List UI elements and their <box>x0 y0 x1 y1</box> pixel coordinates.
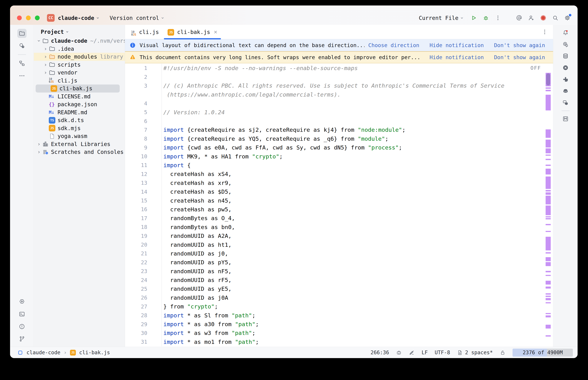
close-icon[interactable]: × <box>214 28 217 35</box>
tree-item-vendor[interactable]: ›vendor <box>34 69 125 77</box>
zoom-window-button[interactable] <box>35 16 40 20</box>
problems-button[interactable] <box>17 322 26 331</box>
tab-cli-bak-js[interactable]: JS cli-bak.js × <box>163 25 222 39</box>
code-line-21: 21 randomUUID as j0, <box>125 249 553 258</box>
tree-item-cli-bak-js[interactable]: JScli-bak.js <box>36 84 120 93</box>
highlighting-level-button[interactable] <box>409 350 415 356</box>
ai-assistant-button[interactable] <box>561 40 570 49</box>
project-widget[interactable]: claude-code › <box>58 15 100 21</box>
vcs-change-mark <box>546 293 551 295</box>
chat-duo-button[interactable] <box>561 98 570 107</box>
tree-item-license-md[interactable]: M↓LICENSE.md <box>34 93 125 101</box>
more-button[interactable] <box>17 71 26 80</box>
choose-direction-link[interactable]: Choose direction <box>368 42 419 48</box>
code-line-3: 3// (c) Anthropic PBC. All rights reserv… <box>125 81 553 90</box>
project-panel-header[interactable]: Project › <box>34 27 125 37</box>
hide-notification-link[interactable]: Hide notification <box>430 42 484 48</box>
kebab-menu-icon <box>541 29 548 35</box>
chevron-right-icon[interactable]: › <box>42 62 49 68</box>
tree-item-scratches-and-consoles[interactable]: ›Scratches and Consoles <box>34 148 125 156</box>
breadcrumb-file[interactable]: cli-bak.js <box>79 349 110 356</box>
chevron-right-icon[interactable]: › <box>36 149 42 155</box>
tree-item-external-libraries[interactable]: ›External Libraries <box>34 140 125 148</box>
plugin-plus-button[interactable] <box>561 75 570 84</box>
tree-item-yoga-wasm[interactable]: yoga.wasm <box>34 132 125 140</box>
indent-widget[interactable]: 2 spaces* <box>457 349 493 356</box>
tree-item-badge: library <box>100 54 123 60</box>
code-line-28: 28import * as Sl from "path"; <box>125 311 553 320</box>
git-branch-button[interactable] <box>17 334 26 343</box>
tree-item-node-modules[interactable]: ›node_moduleslibrary <box>34 53 125 61</box>
tree-item-sdk-d-ts[interactable]: TSsdk.d.ts <box>34 116 125 124</box>
gutter-separator <box>152 117 162 125</box>
tree-item-readme-md[interactable]: M↓README.md <box>34 108 125 116</box>
tree-item-package-json[interactable]: {}package.json <box>34 100 125 108</box>
settings-button[interactable] <box>563 13 572 23</box>
chevron-down-icon[interactable]: › <box>36 38 42 44</box>
vcs-change-mark <box>546 275 551 276</box>
search-everywhere-button[interactable] <box>550 13 560 23</box>
tab-cli-js[interactable]: 100JS cli.js <box>127 25 163 39</box>
hide-notification-link[interactable]: Hide notification <box>430 54 484 60</box>
tab-options-button[interactable] <box>541 29 548 35</box>
encoding-widget[interactable]: UTF-8 <box>435 349 450 356</box>
caret-position-widget[interactable]: 266:36 <box>371 349 389 356</box>
line-number: 5 <box>125 109 152 115</box>
tree-item--idea[interactable]: ›.idea <box>34 45 125 53</box>
gutter-separator <box>152 73 162 81</box>
copilot-button[interactable] <box>561 87 570 96</box>
tree-item-label: cli-bak.js <box>59 85 92 92</box>
scrollbar-thumb[interactable] <box>546 73 550 85</box>
vcs-question-button[interactable]: ? <box>17 41 26 50</box>
ai-mention-button[interactable] <box>514 13 524 23</box>
don-t-show-again-link[interactable]: Don't show again <box>494 54 545 60</box>
tree-item-sdk-mjs[interactable]: JSsdk.mjs <box>34 124 125 132</box>
readonly-toggle[interactable] <box>500 350 506 356</box>
memory-indicator[interactable]: 2376 of 4900M <box>512 349 573 357</box>
code-editor[interactable]: 1#!/usr/bin/env -S node --no-warnings --… <box>125 63 553 347</box>
run-button[interactable] <box>469 13 479 23</box>
vcs-widget-label: Version control <box>110 15 159 21</box>
code-text: import * as Sl from "path"; <box>163 313 255 318</box>
structure-button[interactable] <box>17 59 26 68</box>
gutter-separator <box>152 329 162 338</box>
code-text: randomBytes as O_4, <box>163 215 235 221</box>
breadcrumb-project[interactable]: claude-code <box>26 349 60 356</box>
plugin-burst-button[interactable] <box>538 13 548 23</box>
x-circle-button[interactable] <box>561 63 570 72</box>
code-with-me-button[interactable] <box>527 13 536 23</box>
run-configuration-selector[interactable]: Current File › <box>419 15 464 21</box>
terminal-button[interactable] <box>17 309 26 319</box>
editor-area: 100JS cli.js JS cli-bak.js × Visual layo… <box>125 25 553 347</box>
chevron-right-icon[interactable]: › <box>42 70 49 76</box>
code-line-15: 15 createHash as n45, <box>125 196 553 205</box>
gutter-separator <box>152 231 162 240</box>
code-line-9: 9import {cwd as e0A, cwd as FfA, cwd as … <box>125 143 553 152</box>
code-line-30: 30import * as w3 from "path"; <box>125 329 553 338</box>
error-stripe[interactable] <box>545 63 553 347</box>
code-text: import * as w3 from "path"; <box>163 330 255 336</box>
line-separator-widget[interactable]: LF <box>422 349 428 356</box>
tree-item-cli-js[interactable]: 100JScli.js <box>34 77 125 85</box>
mps-m-button[interactable] <box>561 114 570 123</box>
project-folder-button[interactable] <box>17 29 26 38</box>
vcs-widget[interactable]: Version control › <box>110 15 164 21</box>
notifications-bell-button[interactable] <box>561 28 570 37</box>
don-t-show-again-link[interactable]: Don't show again <box>494 42 545 48</box>
debug-button[interactable] <box>481 13 491 23</box>
chevron-right-icon[interactable]: › <box>42 54 49 60</box>
close-window-button[interactable] <box>17 16 22 20</box>
copilot-status-button[interactable] <box>396 350 402 356</box>
code-text: #!/usr/bin/env -S node --no-warnings --e… <box>163 65 358 71</box>
chevron-right-icon[interactable]: › <box>36 141 42 147</box>
minimize-window-button[interactable] <box>26 16 31 20</box>
at-sign-icon <box>516 15 522 21</box>
chevron-right-icon[interactable]: › <box>42 46 49 52</box>
services-hexagon-play-button[interactable] <box>17 297 26 306</box>
tree-item-scripts[interactable]: ›scripts <box>34 61 125 69</box>
code-text: randomUUID as pY5, <box>163 260 231 265</box>
tree-item-claude-code[interactable]: ›claude-code~/.nvm/vers <box>34 37 125 45</box>
more-run-actions-button[interactable] <box>493 13 503 23</box>
database-button[interactable] <box>561 52 570 61</box>
soft-wrap-indicator[interactable]: OFF <box>530 65 541 71</box>
